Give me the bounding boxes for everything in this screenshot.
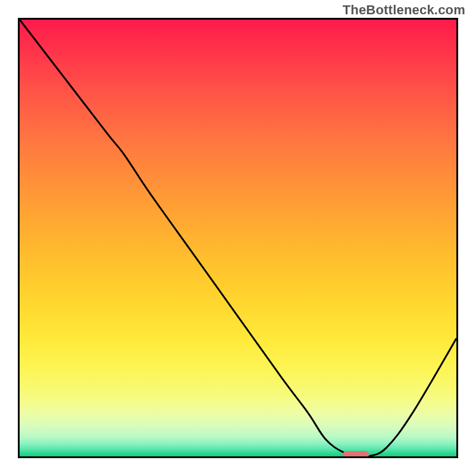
- watermark-text: TheBottleneck.com: [343, 2, 465, 18]
- curve-svg: [20, 20, 456, 456]
- chart-container: TheBottleneck.com: [0, 0, 476, 476]
- plot-area: [18, 18, 458, 458]
- optimal-marker: [343, 451, 369, 458]
- bottleneck-curve-path: [20, 20, 456, 456]
